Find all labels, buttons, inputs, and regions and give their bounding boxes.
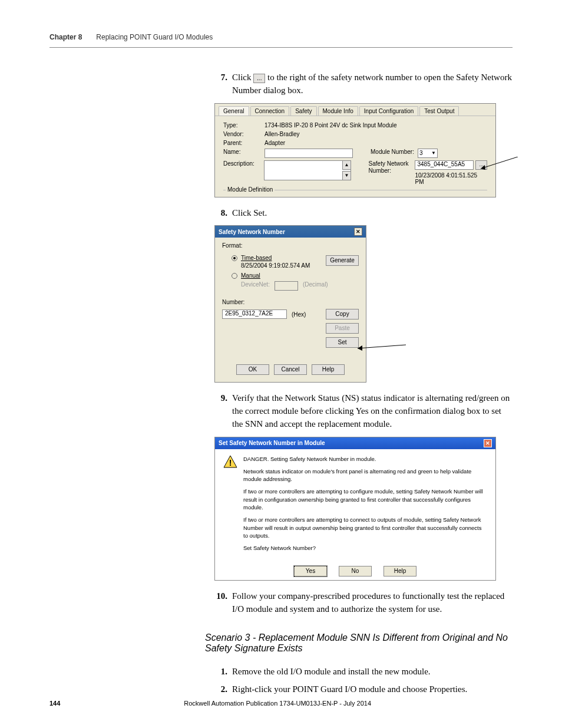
help-button[interactable]: Help: [384, 566, 416, 577]
page-footer: 144 Rockwell Automation Publication 1734…: [49, 700, 513, 707]
step-text: Right-click your POINT Guard I/O module …: [232, 683, 513, 696]
step-7: 7. Click ... to the right of the safety …: [214, 71, 513, 97]
step-10: 10. Follow your company-prescribed proce…: [214, 590, 513, 616]
radio-time-based[interactable]: Time-based: [232, 255, 310, 261]
dialog-title: Safety Network Number: [219, 229, 285, 235]
number-input[interactable]: 2E95_0312_7A2E: [222, 309, 287, 319]
publication-id: Rockwell Automation Publication 1734-UM0…: [184, 700, 371, 707]
label-devicenet: DeviceNet:: [241, 281, 270, 291]
generate-button[interactable]: Generate: [326, 255, 359, 266]
danger-heading: DANGER. Setting Safety Network Number in…: [243, 455, 487, 463]
ok-button[interactable]: OK: [236, 364, 269, 375]
description-input[interactable]: ▲ ▼: [264, 160, 351, 180]
ellipsis-button-icon: ...: [253, 74, 265, 83]
dialog-titlebar: Safety Network Number ✕: [215, 226, 366, 238]
step-text: Click Set.: [232, 207, 513, 220]
close-icon[interactable]: ✕: [354, 228, 362, 236]
radio-manual[interactable]: Manual: [232, 272, 359, 279]
step-text: Click ... to the right of the safety net…: [232, 71, 513, 97]
scenario-3-heading: Scenario 3 - Replacement Module SNN Is D…: [205, 633, 513, 654]
label-name: Name:: [223, 149, 265, 158]
label-type: Type:: [223, 122, 265, 129]
tab-input-config[interactable]: Input Configuration: [359, 106, 419, 116]
step-number: 2.: [214, 683, 227, 696]
step-number: 7.: [214, 71, 227, 97]
step-8: 8. Click Set.: [214, 207, 513, 220]
step-1-scenario3: 1. Remove the old I/O module and install…: [214, 666, 513, 678]
step-number: 1.: [214, 666, 227, 678]
chapter-label: Chapter 8: [49, 33, 82, 41]
danger-p3: If two or more controllers are attemptin…: [243, 487, 487, 511]
step-text: Follow your company-prescribed procedure…: [232, 590, 513, 616]
tab-connection[interactable]: Connection: [250, 106, 290, 116]
tab-test-output[interactable]: Test Output: [419, 106, 459, 116]
radio-icon: [232, 273, 237, 279]
label-hex: (Hex): [292, 311, 306, 318]
step-text: Verify that the Network Status (NS) stat…: [232, 392, 513, 430]
snn-input[interactable]: 3485_044C_55A5: [415, 160, 474, 170]
dialog-title: Set Safety Network Number in Module: [219, 440, 325, 446]
radio-icon: [232, 255, 237, 261]
set-button[interactable]: Set: [326, 337, 359, 348]
close-icon[interactable]: ✕: [484, 439, 492, 447]
step-text: Remove the old I/O module and install th…: [232, 666, 513, 678]
safety-network-number-dialog: Safety Network Number ✕ Format: Time-bas…: [214, 225, 366, 383]
label-number: Number:: [222, 299, 359, 305]
page-number: 144: [49, 700, 60, 707]
step-2-scenario3: 2. Right-click your POINT Guard I/O modu…: [214, 683, 513, 696]
scroll-up-icon[interactable]: ▲: [342, 161, 351, 170]
danger-p4: If two or more controllers are attemptin…: [243, 516, 487, 539]
name-input[interactable]: [265, 149, 353, 158]
module-number-select[interactable]: 3▼: [418, 149, 438, 158]
page-header: Chapter 8 Replacing POINT Guard I/O Modu…: [49, 33, 513, 48]
tab-safety[interactable]: Safety: [290, 106, 316, 116]
snn-ellipsis-button[interactable]: ...: [475, 160, 487, 170]
no-button[interactable]: No: [339, 566, 372, 577]
label-snn: Safety Network Number:: [369, 160, 415, 174]
yes-button[interactable]: Yes: [294, 566, 327, 577]
scroll-down-icon[interactable]: ▼: [342, 171, 351, 180]
svg-text:!: !: [229, 458, 232, 467]
label-vendor: Vendor:: [223, 131, 265, 137]
tab-module-info[interactable]: Module Info: [318, 106, 358, 116]
devicenet-input: [275, 281, 298, 291]
chapter-title: Replacing POINT Guard I/O Modules: [96, 33, 213, 41]
set-snn-confirm-dialog: Set Safety Network Number in Module ✕ ! …: [214, 437, 496, 581]
dialog-titlebar: Set Safety Network Number in Module ✕: [215, 437, 495, 449]
module-properties-dialog: General Connection Safety Module Info In…: [214, 103, 496, 197]
label-module-number: Module Number:: [371, 149, 418, 158]
tab-strip: General Connection Safety Module Info In…: [215, 104, 495, 116]
danger-question: Set Safety Network Number?: [243, 544, 487, 552]
snn-timestamp: 10/23/2008 4:01:51.525 PM: [415, 172, 487, 185]
chevron-down-icon: ▼: [431, 150, 436, 156]
step-number: 10.: [214, 590, 227, 616]
value-vendor: Allen-Bradley: [265, 131, 299, 137]
cancel-button[interactable]: Cancel: [274, 364, 307, 375]
warning-icon: !: [223, 455, 237, 468]
label-format: Format:: [222, 242, 359, 249]
label-parent: Parent:: [223, 140, 265, 146]
help-button[interactable]: Help: [312, 364, 345, 375]
module-definition-fieldset: Module Definition: [223, 190, 487, 197]
label-decimal: (Decimal): [303, 281, 328, 291]
label-description: Description:: [223, 160, 264, 167]
time-based-value: 8/25/2004 9:19:02.574 AM: [241, 262, 310, 269]
danger-p2: Network status indicator on module's fro…: [243, 467, 487, 483]
step-9: 9. Verify that the Network Status (NS) s…: [214, 392, 513, 430]
step-number: 8.: [214, 207, 227, 220]
paste-button[interactable]: Paste: [326, 323, 359, 334]
value-parent: Adapter: [265, 140, 285, 146]
tab-general[interactable]: General: [219, 106, 249, 116]
value-type: 1734-IB8S IP-20 8 Point 24V dc Sink Inpu…: [265, 122, 397, 129]
step-number: 9.: [214, 392, 227, 430]
copy-button[interactable]: Copy: [326, 309, 359, 319]
